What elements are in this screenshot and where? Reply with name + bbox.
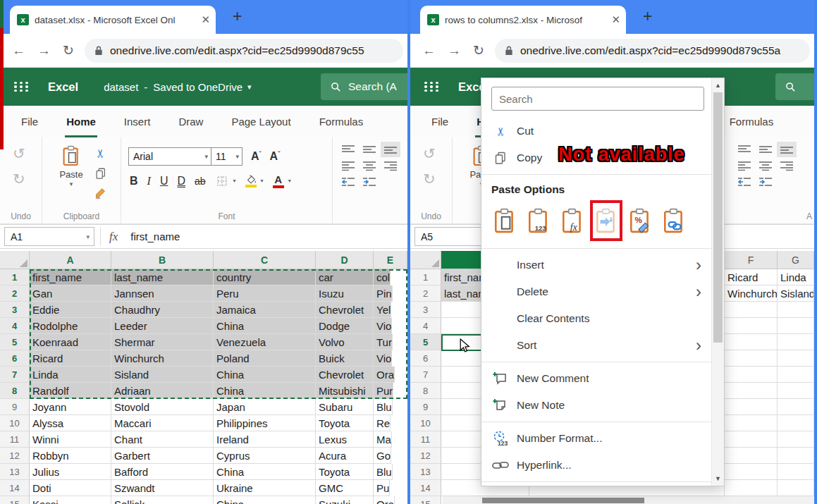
fill-color-button[interactable] xyxy=(245,175,257,188)
row-number[interactable]: 3 xyxy=(410,302,441,318)
address-bar[interactable]: onedrive.live.com/edit.aspx?cid=ec25d999… xyxy=(495,39,810,63)
cell[interactable]: Suzuki xyxy=(316,496,374,504)
cell[interactable]: Doti xyxy=(30,480,111,496)
row-number[interactable]: 2 xyxy=(0,285,30,302)
ribbon-tab[interactable]: Insert xyxy=(124,106,151,137)
cell[interactable]: Joyann xyxy=(30,399,111,415)
cell[interactable]: Sisland xyxy=(111,367,214,383)
paste-transpose-icon[interactable] xyxy=(593,203,620,238)
paste-formulas-icon[interactable]: fx xyxy=(559,203,586,238)
reload-icon[interactable]: ↻ xyxy=(63,42,74,59)
paste-link-icon[interactable] xyxy=(661,203,687,238)
row-number[interactable]: 2 xyxy=(410,285,441,302)
cell[interactable]: China xyxy=(214,496,316,504)
cell[interactable]: Garbert xyxy=(111,448,214,464)
cell[interactable] xyxy=(778,302,814,318)
increase-indent-icon[interactable] xyxy=(362,177,376,187)
align-left-icon[interactable] xyxy=(341,161,355,171)
cell[interactable] xyxy=(778,480,814,496)
cell[interactable]: Pin xyxy=(374,285,393,302)
browser-tab[interactable]: x dataset.xlsx - Microsoft Excel Onl ✕ xyxy=(10,6,216,34)
ribbon-tab[interactable]: Formulas xyxy=(730,106,774,137)
cell[interactable]: last_name xyxy=(111,269,214,285)
cell[interactable] xyxy=(725,350,778,367)
cell[interactable] xyxy=(778,431,814,448)
scroll-down-icon[interactable]: ▼ xyxy=(712,475,724,482)
new-tab-button[interactable]: + xyxy=(233,7,242,26)
row-number[interactable]: 12 xyxy=(0,448,30,464)
redo-icon[interactable]: ↻ xyxy=(13,171,25,186)
menu-scrollbar[interactable]: ▲ ▼ xyxy=(711,78,724,486)
row-number[interactable]: 4 xyxy=(410,318,441,334)
cell[interactable]: Eddie xyxy=(30,302,111,318)
cell[interactable]: Szwandt xyxy=(111,480,214,496)
cell[interactable]: Blu xyxy=(374,464,393,480)
cell[interactable]: Maccari xyxy=(111,415,214,431)
cell[interactable]: Alyssa xyxy=(30,415,111,431)
forward-icon[interactable]: → xyxy=(448,43,461,59)
tab-close-icon[interactable]: ✕ xyxy=(611,13,620,26)
ribbon-tab[interactable]: File xyxy=(431,106,448,137)
browser-tab[interactable]: x rows to columns2.xlsx - Microsof ✕ xyxy=(420,6,626,34)
cell[interactable]: Chevrolet xyxy=(316,367,374,383)
cell[interactable] xyxy=(778,383,814,399)
horizontal-scrollbar[interactable] xyxy=(443,496,814,504)
cell[interactable]: Acura xyxy=(316,448,374,464)
row-number[interactable]: 7 xyxy=(0,367,30,383)
cell[interactable]: Adriaan xyxy=(111,383,214,399)
cell[interactable]: Randolf xyxy=(30,383,111,399)
italic-button[interactable]: I xyxy=(147,175,151,188)
row-number[interactable]: 10 xyxy=(0,415,30,431)
cut-icon[interactable]: ✂ xyxy=(94,149,108,158)
row-number[interactable]: 10 xyxy=(410,415,441,431)
column-header[interactable]: B xyxy=(111,251,214,269)
cell[interactable]: Koenraad xyxy=(30,334,111,350)
scroll-up-icon[interactable]: ▲ xyxy=(712,82,724,89)
row-number[interactable]: 14 xyxy=(410,480,441,496)
cell[interactable] xyxy=(725,318,778,334)
back-icon[interactable]: ← xyxy=(12,43,25,59)
cell[interactable]: China xyxy=(214,367,316,383)
decrease-indent-icon[interactable] xyxy=(737,177,751,187)
cell[interactable]: Jamaica xyxy=(214,302,316,318)
cell[interactable] xyxy=(725,480,778,496)
save-status[interactable]: Saved to OneDrive xyxy=(153,81,242,93)
cell[interactable]: Ireland xyxy=(214,431,316,448)
decrease-indent-icon[interactable] xyxy=(341,177,355,187)
row-number[interactable]: 8 xyxy=(0,383,30,399)
cell[interactable] xyxy=(725,367,778,383)
chevron-down-icon[interactable]: ▾ xyxy=(247,82,252,92)
name-box[interactable]: A1 ▾ xyxy=(4,227,94,246)
app-launcher-icon[interactable] xyxy=(424,82,440,92)
ribbon-tab[interactable]: Home xyxy=(66,106,96,137)
cell[interactable]: Ricard xyxy=(725,269,778,285)
app-launcher-icon[interactable] xyxy=(14,82,30,92)
row-number[interactable]: 3 xyxy=(0,302,30,318)
select-all-corner[interactable] xyxy=(0,251,30,269)
chevron-down-icon[interactable]: ▾ xyxy=(288,178,291,184)
cell[interactable]: Dodge xyxy=(316,318,374,334)
cell[interactable]: Bafford xyxy=(111,464,214,480)
align-center-icon[interactable] xyxy=(362,161,376,171)
column-header[interactable]: D xyxy=(316,251,374,269)
row-number[interactable]: 6 xyxy=(410,350,441,367)
row-number[interactable]: 1 xyxy=(410,269,441,285)
cell[interactable] xyxy=(725,399,778,415)
font-color-button[interactable]: A xyxy=(273,174,284,188)
search-box[interactable] xyxy=(775,73,817,100)
ribbon-tab[interactable]: Page Layout xyxy=(231,106,290,137)
column-header[interactable]: F xyxy=(725,251,778,269)
cell[interactable] xyxy=(778,318,814,334)
menu-item-cut[interactable]: ✂ Cut xyxy=(481,118,711,145)
increase-font-icon[interactable]: Aˆ xyxy=(251,150,262,163)
menu-search-input[interactable] xyxy=(491,87,704,111)
cell[interactable]: country xyxy=(214,269,316,285)
cell[interactable]: Subaru xyxy=(316,399,374,415)
cell[interactable] xyxy=(725,415,778,431)
chevron-down-icon[interactable]: ▾ xyxy=(70,180,73,188)
cell[interactable]: Buick xyxy=(316,350,374,367)
cell[interactable]: Ora xyxy=(374,367,395,383)
align-middle-icon[interactable] xyxy=(362,145,376,154)
cell[interactable]: Vio xyxy=(374,318,392,334)
document-name[interactable]: dataset xyxy=(104,81,138,93)
